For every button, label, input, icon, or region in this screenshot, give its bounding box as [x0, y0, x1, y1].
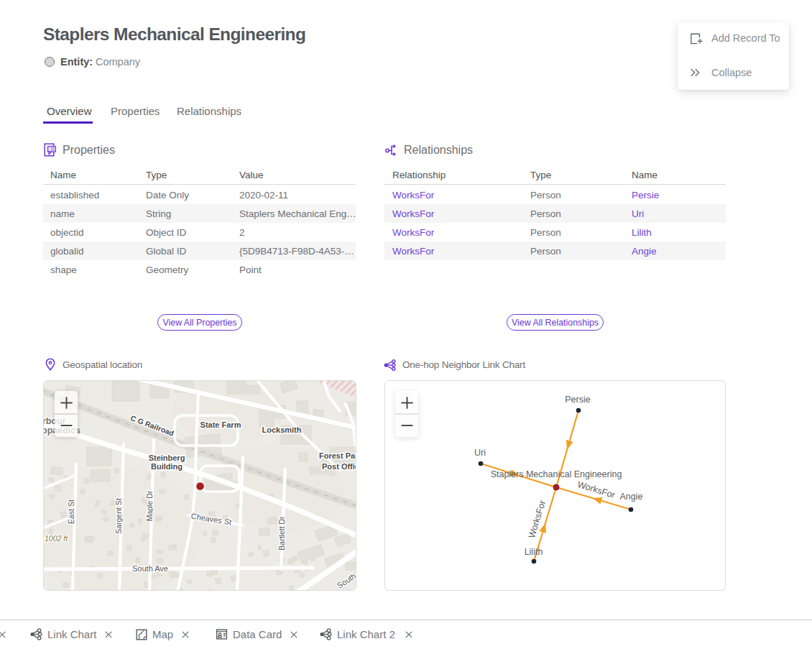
- svg-text:Steinberg: Steinberg: [149, 454, 185, 462]
- svg-text:Post Offic: Post Offic: [322, 462, 356, 471]
- svg-text:Angie: Angie: [620, 492, 643, 502]
- svg-text:Forest Par: Forest Par: [319, 451, 356, 460]
- svg-text:Maple Dr: Maple Dr: [145, 490, 154, 521]
- svg-text:1002 ft: 1002 ft: [45, 534, 68, 543]
- svg-text:Sargent St: Sargent St: [114, 498, 123, 534]
- svg-text:East St: East St: [67, 500, 75, 524]
- svg-text:Persie: Persie: [565, 395, 590, 405]
- svg-text:Building: Building: [151, 462, 183, 471]
- svg-text:Bartlett Dr: Bartlett Dr: [277, 516, 286, 551]
- svg-text:State Farm: State Farm: [200, 420, 241, 429]
- svg-text:Lilith: Lilith: [525, 547, 543, 557]
- svg-text:South Ave: South Ave: [132, 564, 168, 573]
- svg-text:Staplers Mechanical Engineerin: Staplers Mechanical Engineering: [491, 469, 622, 479]
- svg-text:Uri: Uri: [474, 448, 486, 458]
- svg-text:WorksFor: WorksFor: [576, 479, 617, 500]
- svg-text:Locksmith: Locksmith: [262, 425, 301, 434]
- svg-text:WorksFor: WorksFor: [527, 500, 548, 540]
